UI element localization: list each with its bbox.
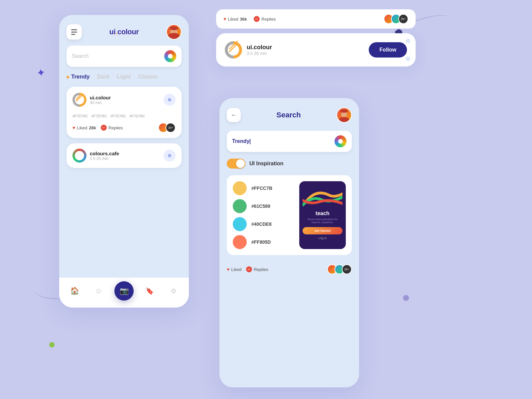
right-replies-count: ↩ Replies (246, 266, 268, 272)
card-2-action-dot (168, 154, 171, 157)
right-phone-avatar[interactable] (336, 107, 352, 123)
inspiration-card: #FFCC7B #61C589 #40CDE8 #FF805D (227, 175, 352, 255)
card-decor-dot-2 (406, 57, 410, 61)
menu-bar-1 (71, 29, 77, 30)
search-color-wheel-icon (334, 135, 346, 147)
follow-card-header: ui.colour 3 h 26 min Follow (225, 41, 407, 59)
right-liked-count: ♥ Liked (227, 267, 241, 272)
palette-card-1: ui.colour 30 min #F7D78C #F7D78C (66, 87, 182, 138)
card-1-logo-icon (72, 93, 86, 107)
search-page-title: Search (276, 111, 301, 119)
heart-icon: ♥ (72, 125, 75, 130)
card-2-logo-area: colours.cafe 1 h 25 min (72, 149, 119, 163)
top-replies-count: ↩ Replies (254, 16, 276, 22)
replies-count: ↩ Replies (101, 125, 123, 131)
top-liked-label: Liked (228, 17, 238, 22)
top-liked-number: 36k (240, 17, 247, 22)
category-tabs: Trendy Dark Light Classic (66, 73, 182, 80)
user-avatar[interactable] (166, 24, 182, 40)
tab-classic[interactable]: Classic (138, 73, 158, 80)
color-hex-2: #61C589 (251, 203, 270, 209)
follow-info: ui.colour 3 h 26 min (247, 44, 364, 56)
color-hex-1: #FFCC7B (251, 186, 272, 191)
menu-bars-icon (71, 29, 77, 35)
swatch-2: #F7D78C (91, 112, 107, 118)
tab-dark[interactable]: Dark (97, 73, 110, 80)
search-bar[interactable]: Search (66, 46, 182, 67)
app-preview: teach World-class education for anyone, … (299, 181, 346, 249)
menu-bar-2 (71, 32, 77, 33)
right-reply-icon: ↩ (246, 266, 252, 272)
toggle-switch[interactable] (227, 159, 245, 169)
nav-explore[interactable]: ⊙ (90, 283, 106, 299)
preview-get-started-btn[interactable]: Get Started (303, 227, 342, 234)
nav-bookmarks[interactable]: 🔖 (142, 283, 158, 299)
swatch-1: #F7D78C (72, 112, 88, 118)
card-2-info: colours.cafe 1 h 25 min (90, 151, 119, 161)
card-1-header: ui.colour 30 min (72, 93, 176, 107)
right-liked-label: Liked (231, 267, 241, 272)
color-item-4: #FF805D (233, 235, 294, 249)
nav-home[interactable]: 🏠 (66, 283, 82, 299)
card-decor-dot-1 (406, 39, 410, 43)
top-likes-strip: ♥ Liked 36k ↩ Replies 2k+ (216, 9, 416, 29)
avatar-stack: 1k+ (158, 123, 176, 133)
logo-dot: . (115, 28, 117, 36)
swatch-3: #F7D78C (110, 112, 126, 118)
avatar-count: 1k+ (166, 123, 176, 133)
card-2-logo-icon (72, 149, 86, 163)
card-1-action-dot (168, 98, 171, 101)
dot-decoration-green (49, 342, 55, 347)
swatch-label-2: #F7D78C (91, 114, 107, 118)
card-2-time: 1 h 25 min (90, 156, 119, 161)
top-heart-icon: ♥ (223, 16, 226, 22)
top-reply-icon: ↩ (254, 16, 260, 22)
color-dot-1 (233, 181, 247, 195)
follow-time: 3 h 26 min (247, 51, 364, 56)
follow-logo-icon (225, 41, 242, 59)
left-phone: ui.colour Search Trendy Dark Light Class… (59, 15, 189, 308)
follow-button[interactable]: Follow (369, 42, 407, 58)
top-liked-count: ♥ Liked 36k (223, 16, 247, 22)
card-2-name: colours.cafe (90, 151, 119, 156)
back-button[interactable]: ← (227, 108, 241, 122)
preview-curves (303, 185, 342, 208)
colors-list: #FFCC7B #61C589 #40CDE8 #FF805D (233, 181, 294, 249)
follow-card: ui.colour 3 h 26 min Follow (216, 33, 416, 66)
swatch-label-3: #F7D78C (110, 114, 126, 118)
swatch-label-4: #F7D78C (129, 114, 145, 118)
left-phone-header: ui.colour (66, 24, 182, 40)
color-item-2: #61C589 (233, 199, 294, 213)
color-dot-2 (233, 199, 247, 213)
liked-number: 28k (89, 125, 96, 130)
preview-log-in-btn[interactable]: Log In (303, 236, 342, 240)
color-hex-4: #FF805D (251, 239, 271, 245)
dot-decoration-purple (403, 295, 409, 301)
card-1-action-btn[interactable] (164, 94, 176, 106)
menu-button[interactable] (66, 24, 82, 40)
tab-light[interactable]: Light (117, 73, 131, 80)
nav-camera-button[interactable]: 📷 (114, 281, 134, 301)
ui-inspiration-toggle-row: UI Inspiration (227, 159, 352, 169)
color-dot-3 (233, 217, 247, 231)
app-logo: ui.colour (109, 28, 139, 36)
top-avatar-stack: 2k+ (384, 14, 408, 24)
card-1-time: 30 min (90, 100, 111, 105)
preview-app-title: teach (316, 210, 330, 216)
follow-name: ui.colour (247, 44, 364, 51)
right-replies-label: Replies (254, 267, 268, 272)
card-2-action-btn[interactable] (164, 150, 176, 162)
liked-count: ♥ Liked 28k (72, 125, 96, 130)
search-input-bar[interactable]: Trendy (227, 131, 352, 152)
search-text-value: Trendy (232, 138, 249, 144)
tab-trendy[interactable]: Trendy (66, 73, 90, 80)
card-1-logo-area: ui.colour 30 min (72, 93, 111, 107)
menu-bar-3 (71, 34, 75, 35)
color-item-3: #40CDE8 (233, 217, 294, 231)
palette-card-2: colours.cafe 1 h 25 min (66, 143, 182, 168)
toggle-label: UI Inspiration (249, 161, 283, 167)
nav-settings[interactable]: ⚙ (166, 283, 182, 299)
color-hex-3: #40CDE8 (251, 221, 272, 227)
right-avatar-stack: 2k+ (327, 264, 352, 274)
swatch-4: #F7D78C (129, 112, 145, 118)
